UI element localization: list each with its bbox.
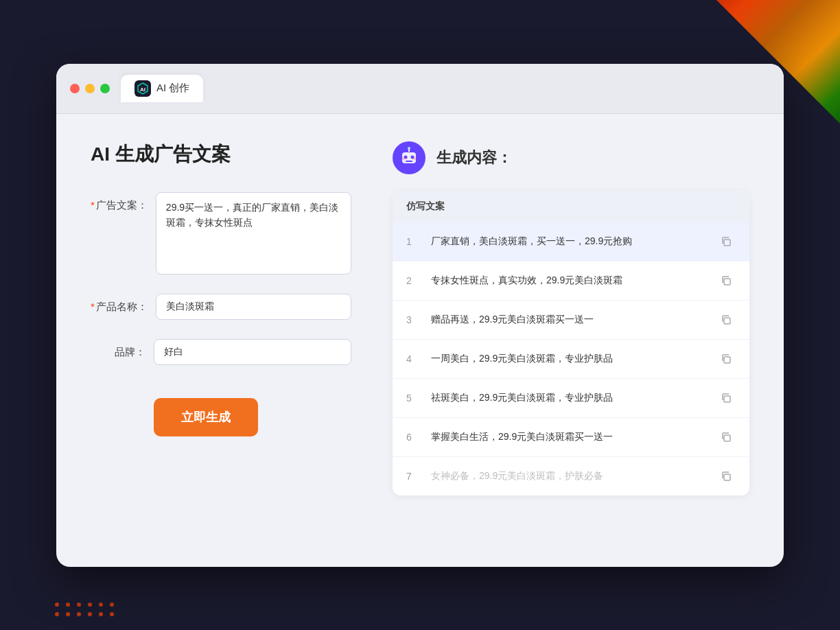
copy-button[interactable]	[716, 467, 736, 486]
table-row: 7女神必备，29.9元美白淡斑霜，护肤必备	[393, 457, 749, 495]
row-number: 6	[406, 432, 420, 443]
svg-rect-13	[724, 357, 730, 363]
robot-icon	[393, 141, 425, 174]
row-text: 一周美白，29.9元美白淡斑霜，专业护肤品	[431, 353, 705, 365]
maximize-button[interactable]	[100, 84, 110, 93]
form-group-ad-copy: *广告文案：	[91, 192, 351, 275]
window-controls	[70, 84, 110, 93]
table-row: 1厂家直销，美白淡斑霜，买一送一，29.9元抢购	[393, 222, 749, 261]
ai-tab[interactable]: AI AI 创作	[121, 75, 203, 102]
left-panel: AI 生成广告文案 *广告文案： *产品名称： 品牌：	[91, 141, 351, 539]
row-text: 祛斑美白，29.9元美白淡斑霜，专业护肤品	[431, 392, 705, 404]
row-number: 3	[406, 314, 420, 325]
table-row: 2专抹女性斑点，真实功效，29.9元美白淡斑霜	[393, 261, 749, 301]
table-header: 仿写文案	[393, 191, 749, 222]
textarea-ad-copy[interactable]	[156, 192, 351, 275]
page-title: AI 生成广告文案	[91, 141, 351, 167]
row-number: 4	[406, 353, 420, 364]
input-brand[interactable]	[154, 339, 351, 365]
tab-icon: AI	[135, 80, 151, 97]
svg-rect-11	[724, 279, 730, 285]
form-group-product-name: *产品名称：	[91, 294, 351, 320]
table-row: 3赠品再送，29.9元美白淡斑霜买一送一	[393, 301, 749, 340]
required-mark-ad: *	[91, 199, 95, 211]
svg-point-9	[413, 157, 416, 160]
input-product-name[interactable]	[156, 294, 351, 320]
copy-button[interactable]	[716, 428, 736, 447]
row-number: 5	[406, 393, 420, 404]
svg-text:AI: AI	[140, 86, 145, 93]
result-table: 仿写文案 1厂家直销，美白淡斑霜，买一送一，29.9元抢购 2专抹女性斑点，真实…	[393, 191, 749, 495]
copy-button[interactable]	[716, 388, 736, 408]
tab-label: AI 创作	[156, 82, 189, 95]
titlebar: AI AI 创作	[56, 64, 784, 114]
svg-rect-15	[724, 435, 730, 441]
svg-rect-7	[406, 161, 412, 162]
table-row: 4一周美白，29.9元美白淡斑霜，专业护肤品	[393, 340, 749, 379]
copy-button[interactable]	[716, 310, 736, 329]
table-row: 5祛斑美白，29.9元美白淡斑霜，专业护肤品	[393, 379, 749, 418]
table-row: 6掌握美白生活，29.9元美白淡斑霜买一送一	[393, 418, 749, 457]
result-header: 生成内容：	[393, 141, 749, 174]
results-list: 1厂家直销，美白淡斑霜，买一送一，29.9元抢购 2专抹女性斑点，真实功效，29…	[393, 222, 749, 495]
generate-button[interactable]: 立即生成	[154, 398, 258, 436]
row-text: 厂家直销，美白淡斑霜，买一送一，29.9元抢购	[431, 235, 705, 248]
label-brand: 品牌：	[91, 339, 145, 359]
svg-rect-16	[724, 474, 730, 480]
row-text: 专抹女性斑点，真实功效，29.9元美白淡斑霜	[431, 275, 705, 287]
svg-rect-14	[724, 396, 730, 402]
row-number: 7	[406, 471, 420, 482]
content-area: AI 生成广告文案 *广告文案： *产品名称： 品牌：	[56, 114, 784, 567]
row-number: 1	[406, 236, 420, 247]
row-text: 女神必备，29.9元美白淡斑霜，护肤必备	[431, 470, 705, 482]
row-text: 赠品再送，29.9元美白淡斑霜买一送一	[431, 314, 705, 326]
main-window: AI AI 创作 AI 生成广告文案 *广告文案： *产品名称：	[56, 64, 784, 567]
minimize-button[interactable]	[85, 84, 95, 93]
copy-button[interactable]	[716, 232, 736, 251]
result-title: 生成内容：	[436, 148, 512, 168]
copy-button[interactable]	[716, 349, 736, 369]
row-text: 掌握美白生活，29.9元美白淡斑霜买一送一	[431, 431, 705, 443]
svg-rect-12	[724, 318, 730, 324]
row-number: 2	[406, 275, 420, 286]
right-panel: 生成内容： 仿写文案 1厂家直销，美白淡斑霜，买一送一，29.9元抢购 2专抹女…	[393, 141, 749, 539]
label-product-name: *产品名称：	[91, 294, 148, 314]
copy-button[interactable]	[716, 271, 736, 290]
svg-point-3	[408, 147, 410, 150]
bg-decoration-dots	[55, 603, 115, 616]
svg-point-8	[402, 157, 405, 160]
label-ad-copy: *广告文案：	[91, 192, 148, 212]
form-group-brand: 品牌：	[91, 339, 351, 365]
close-button[interactable]	[70, 84, 80, 93]
required-mark-product: *	[91, 301, 95, 312]
svg-rect-10	[724, 240, 730, 246]
